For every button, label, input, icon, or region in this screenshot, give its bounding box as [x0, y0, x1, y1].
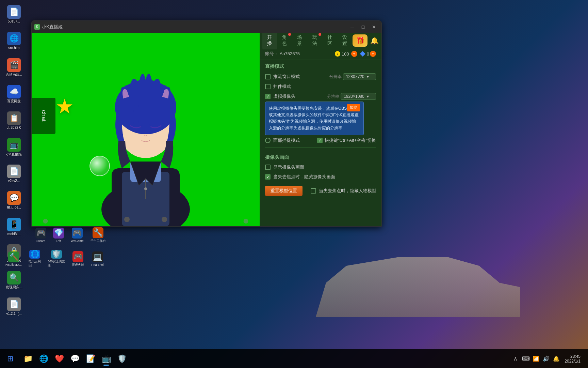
- shortcut-checkbox[interactable]: [317, 138, 323, 143]
- plugin-checkbox[interactable]: [265, 84, 271, 89]
- taskbar-notes-icon[interactable]: 📝: [83, 351, 98, 366]
- tab-scene[interactable]: 场景: [292, 33, 307, 49]
- account-label: 账号： Aa752675: [265, 51, 332, 57]
- desktop-icon-v121[interactable]: 📄 v1.2.1 -(...: [2, 294, 26, 319]
- star-decoration: ★: [55, 94, 74, 118]
- camera-section-title: 摄像头画面: [260, 151, 381, 163]
- app-hbuilder[interactable]: 🔨 HBuilderX...: [3, 250, 24, 268]
- tab-kaibo[interactable]: 开播: [262, 33, 277, 49]
- virtual-cam-label: 虚拟摄像头: [273, 93, 295, 99]
- tab-community[interactable]: 社区: [323, 33, 338, 49]
- hide-model-checkbox[interactable]: [311, 188, 316, 194]
- clock-time: 23:45: [565, 354, 581, 359]
- tray-volume-icon[interactable]: 🔊: [542, 355, 550, 363]
- taskbar-pinned-icons: 📁 🌐 ❤️ 💬 📝 📺 🛡️: [20, 351, 129, 366]
- tab-role[interactable]: 角色: [277, 33, 292, 49]
- virtual-cam-checkbox[interactable]: [265, 94, 271, 99]
- bell-icon[interactable]: 🔔: [370, 36, 379, 45]
- hide-model-row: 当失去焦点时，隐藏人物模型: [311, 188, 376, 194]
- desktop-icon-53157[interactable]: 📄 53157...: [2, 2, 26, 27]
- taskbar-entertainment-icon[interactable]: ❤️: [52, 351, 67, 366]
- taskbar: ⊞ 📁 🌐 ❤️ 💬 📝 📺 🛡️: [0, 349, 588, 368]
- app-saihu[interactable]: 🎮 赛虎火线: [69, 250, 87, 268]
- hide-on-blur-checkbox[interactable]: [265, 174, 271, 180]
- desktop-icon-mobim[interactable]: 📱 mobiM...: [2, 215, 26, 239]
- desktop-icon-srchttp[interactable]: 🌐 src-http: [2, 29, 26, 53]
- app-content: chat ★: [32, 33, 381, 226]
- desktop-icon-v2zv2[interactable]: 📄 v2zv2...: [2, 162, 26, 186]
- virtual-cam-row: 虚拟摄像头 分辨率 1920×1080 ▾ 知晓 使用虚拟摄像头需要预先安装，然…: [260, 91, 381, 102]
- tab-play[interactable]: 玩法: [308, 33, 323, 49]
- window-title: 小K直播姬: [42, 24, 347, 30]
- tray-wifi-icon[interactable]: 📶: [532, 355, 540, 363]
- gift-icon[interactable]: 🎁: [353, 34, 368, 47]
- live-mode-section: 直播模式 推流窗口模式 分辨率 1280×720 ▾: [260, 60, 381, 145]
- tooltip-close-btn[interactable]: 知晓: [347, 104, 360, 111]
- taskbar-security-icon[interactable]: 🛡️: [114, 351, 129, 366]
- desktop-icon-xiaok[interactable]: 📺 小K直播姬: [2, 135, 26, 159]
- divider-1: [265, 147, 376, 148]
- hide-on-blur-label: 当失去焦点时，隐藏摄像头画面: [273, 174, 335, 180]
- push-window-row: 推流窗口模式 分辨率 1280×720 ▾: [260, 72, 381, 82]
- taskbar-browser-icon[interactable]: 🌐: [36, 351, 51, 366]
- tab-settings[interactable]: 设置: [338, 33, 353, 49]
- desktop-icon-shipin[interactable]: 🎬 合适画质...: [2, 55, 26, 80]
- taskbar-wegame[interactable]: 🎮 WeGame: [68, 226, 86, 244]
- virtual-cam-res-dropdown[interactable]: 1920×1080 ▾: [341, 93, 376, 100]
- add-diamond-button[interactable]: +: [370, 51, 376, 57]
- shortcut-group: 快捷键"Ctrl+Alt+空格"切换: [317, 137, 376, 143]
- diamond-value: 0: [367, 51, 369, 57]
- coin-icon: ●: [335, 51, 340, 57]
- desktop-icon-baidu[interactable]: ☁️ 百度网盘: [2, 82, 26, 106]
- desktop-icon-chat[interactable]: 💬 聊天 de...: [2, 188, 26, 213]
- tray-keyboard-icon[interactable]: ⌨: [522, 355, 530, 363]
- show-camera-label: 显示摄像头画面: [273, 164, 304, 170]
- taskbar-steam[interactable]: 🎮 Steam: [33, 226, 49, 244]
- reset-hide-row: 重置模型位置 当失去焦点时，隐藏人物模型: [260, 182, 381, 200]
- taskbar-wechat-icon[interactable]: 💬: [67, 351, 82, 366]
- window-controls: ─ □ ✕: [347, 23, 379, 31]
- show-camera-checkbox[interactable]: [265, 165, 271, 170]
- coins-display: ● 100 +: [335, 51, 357, 57]
- chat-label: chat: [40, 110, 47, 122]
- second-row-apps: 🎮 Steam 💎 1nft 🎮 WeGame 🔧 千牛工作台: [31, 225, 110, 245]
- character-svg: [78, 46, 214, 226]
- wallpaper-car: [316, 249, 520, 334]
- preview-area: chat ★: [32, 33, 260, 226]
- maximize-button[interactable]: □: [358, 23, 368, 31]
- push-window-res-dropdown[interactable]: 1280×720 ▾: [343, 73, 376, 80]
- app-window: K 小K直播姬 ─ □ ✕ chat ★: [31, 20, 382, 227]
- clock-date: 2022/1/1: [565, 359, 581, 364]
- character-display: [78, 46, 214, 226]
- face-capture-radio[interactable]: [265, 138, 271, 143]
- tray-expand-icon[interactable]: ∧: [511, 355, 520, 363]
- face-capture-row: 面部捕捉模式 快捷键"Ctrl+Alt+空格"切换: [260, 136, 381, 145]
- desktop-icon-dt2022[interactable]: 📋 dt-2022-0: [2, 108, 26, 133]
- live-mode-title: 直播模式: [260, 60, 381, 72]
- third-row-apps: 🔨 HBuilderX... 🌐 电讯云网浏 🛡️ 360安全浏览器 🎮 赛虎火…: [0, 249, 110, 269]
- app-360[interactable]: 🛡️ 360安全浏览器: [45, 250, 68, 268]
- start-button[interactable]: ⊞: [3, 351, 18, 366]
- close-button[interactable]: ✕: [369, 23, 379, 31]
- shortcut-label: 快捷键"Ctrl+Alt+空格"切换: [325, 137, 376, 143]
- app-finalshell[interactable]: 💻 FinalShell: [88, 250, 107, 268]
- desktop-icons-area: 📄 53157... 🌐 src-http 🎬 合适画质... ☁️ 百度网盘 …: [0, 0, 31, 341]
- add-coins-button[interactable]: +: [351, 51, 357, 57]
- taskbar-files-icon[interactable]: 📁: [20, 351, 35, 366]
- taskbar-1nft[interactable]: 💎 1nft: [50, 226, 67, 244]
- desktop-icon-faxian[interactable]: 🔍 发现现实...: [2, 268, 26, 292]
- tray-notification-icon[interactable]: 🔔: [552, 355, 560, 363]
- taskbar-qianniu[interactable]: 🔧 千牛工作台: [88, 226, 109, 244]
- camera-indicators: [43, 219, 248, 224]
- chat-overlay: chat: [32, 98, 55, 134]
- push-window-checkbox[interactable]: [265, 74, 271, 79]
- minimize-button[interactable]: ─: [347, 23, 357, 31]
- settings-panel: 开播 角色 场景 玩法 社区: [260, 33, 381, 226]
- camera-section: 摄像头画面 显示摄像头画面 当失去焦点时，隐藏摄像头画面 重置模型位置: [260, 150, 381, 201]
- app-dianxun[interactable]: 🌐 电讯云网浏: [26, 250, 44, 268]
- taskbar-xiaok-icon[interactable]: 📺: [99, 351, 114, 366]
- clock-display[interactable]: 23:45 2022/1/1: [562, 353, 583, 365]
- tooltip-text: 使用虚拟摄像头需要预先安装，然后在OBS或其他支持虚拟摄像头的软件中添加"小K直…: [269, 106, 359, 131]
- reset-model-button[interactable]: 重置模型位置: [265, 186, 303, 196]
- svg-point-8: [144, 187, 147, 190]
